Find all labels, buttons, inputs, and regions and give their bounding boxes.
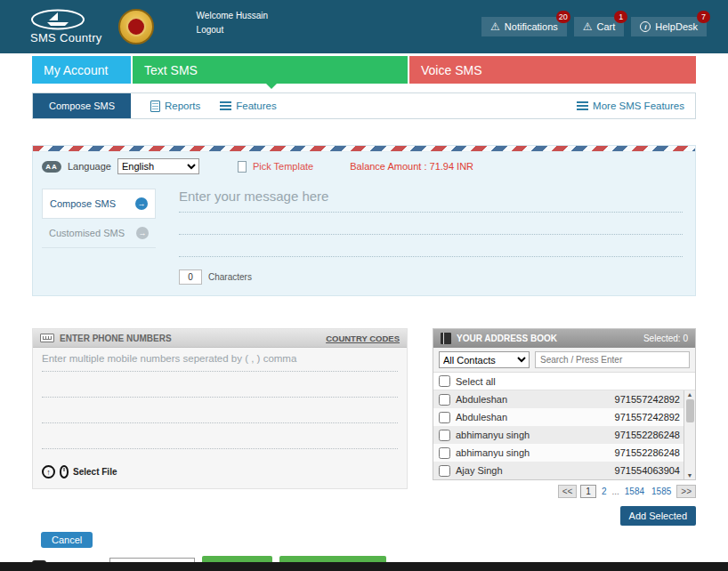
add-selected-button[interactable]: Add Selected bbox=[620, 506, 696, 526]
address-book-title: YOUR ADDRESS BOOK bbox=[457, 334, 557, 343]
pagination-ellipsis: ... bbox=[611, 487, 619, 496]
arrow-right-icon: → bbox=[135, 197, 148, 210]
pagination-page-2[interactable]: 2 bbox=[600, 486, 609, 497]
top-header: SMS Country Welcome Hussain Logout ⚠ Not… bbox=[0, 0, 728, 53]
warning-icon: ⚠ bbox=[490, 21, 500, 32]
boat-logo-icon bbox=[30, 9, 85, 30]
more-features-icon bbox=[577, 101, 588, 110]
select-all-checkbox[interactable] bbox=[439, 375, 450, 387]
compose-panel: AA Language English Pick Template Balanc… bbox=[32, 145, 696, 296]
award-core bbox=[126, 17, 146, 36]
cart-label: Cart bbox=[597, 21, 616, 32]
warning-icon: ⚠ bbox=[583, 21, 593, 32]
contact-list: Abduleshan 971557242892 Abduleshan 97155… bbox=[433, 390, 695, 479]
contact-row[interactable]: Abduleshan 971557242892 bbox=[433, 408, 684, 426]
cart-badge: 1 bbox=[614, 11, 627, 23]
pagination-page-1584[interactable]: 1584 bbox=[623, 486, 646, 497]
pick-template-link[interactable]: Pick Template bbox=[253, 161, 313, 172]
select-all-row[interactable]: Select all bbox=[433, 373, 695, 390]
brand-name: SMS Country bbox=[30, 31, 102, 44]
language-select[interactable]: English bbox=[117, 158, 199, 174]
contact-name: Abduleshan bbox=[456, 412, 610, 422]
language-label: Language bbox=[68, 161, 111, 172]
country-codes-link[interactable]: COUNTRY CODES bbox=[326, 334, 400, 343]
contact-number: 971557242892 bbox=[615, 412, 680, 422]
brand-logo[interactable]: SMS Country bbox=[30, 9, 102, 44]
pagination-page-1585[interactable]: 1585 bbox=[650, 486, 673, 497]
bottom-strip bbox=[0, 562, 728, 571]
reports-link[interactable]: Reports bbox=[150, 101, 200, 112]
language-row: AA Language English Pick Template Balanc… bbox=[33, 152, 695, 180]
welcome-block: Welcome Hussain Logout bbox=[197, 0, 268, 36]
contact-name: Ajay Singh bbox=[456, 465, 610, 476]
compose-sidebar: Compose SMS → Customised SMS → bbox=[42, 189, 156, 285]
char-count-value: 0 bbox=[179, 269, 202, 285]
dotted-line bbox=[42, 398, 398, 423]
tab-my-account[interactable]: My Account bbox=[32, 56, 131, 84]
contact-number: 971557242892 bbox=[615, 394, 680, 405]
sidebar-item-customised-sms[interactable]: Customised SMS → bbox=[42, 219, 156, 248]
pagination-next[interactable]: >> bbox=[676, 485, 696, 498]
address-book-panel: YOUR ADDRESS BOOK Selected: 0 All Contac… bbox=[433, 328, 696, 480]
reports-icon bbox=[150, 101, 160, 112]
contact-checkbox[interactable] bbox=[439, 412, 450, 423]
airmail-border bbox=[33, 146, 695, 152]
features-icon bbox=[220, 101, 231, 110]
dotted-line bbox=[42, 423, 398, 449]
contact-list-scrollbar[interactable]: ▲ ▼ bbox=[684, 390, 695, 479]
tab-label: Voice SMS bbox=[421, 63, 481, 77]
upload-icon: ↑ bbox=[42, 465, 55, 479]
address-book-header: YOUR ADDRESS BOOK Selected: 0 bbox=[433, 329, 695, 348]
contact-number: 971552286248 bbox=[615, 430, 680, 440]
phone-numbers-placeholder: Enter multiple mobile numbers seperated … bbox=[42, 353, 398, 372]
notifications-button[interactable]: ⚠ Notifications 20 bbox=[481, 17, 567, 36]
compose-body: Compose SMS → Customised SMS → Enter you… bbox=[33, 180, 695, 285]
tab-voice-sms[interactable]: Voice SMS bbox=[409, 56, 696, 84]
contact-name: abhimanyu singh bbox=[456, 430, 610, 440]
contact-checkbox[interactable] bbox=[439, 465, 450, 477]
contact-number: 971552286248 bbox=[615, 447, 680, 458]
more-sms-features-link[interactable]: More SMS Features bbox=[577, 101, 684, 111]
notifications-label: Notifications bbox=[505, 21, 558, 32]
award-badge-icon bbox=[117, 5, 156, 48]
char-count-label: Characters bbox=[208, 272, 252, 282]
contact-row[interactable]: abhimanyu singh 971552286248 bbox=[433, 426, 684, 444]
sidebar-item-label: Customised SMS bbox=[49, 228, 125, 238]
pagination-prev[interactable]: << bbox=[558, 485, 578, 498]
contact-checkbox[interactable] bbox=[439, 447, 450, 459]
template-icon bbox=[238, 161, 247, 173]
message-input[interactable]: Enter your message here 0 Characters bbox=[179, 189, 683, 285]
sidebar-item-label: Compose SMS bbox=[50, 198, 116, 209]
features-link[interactable]: Features bbox=[220, 101, 276, 111]
header-actions: ⚠ Notifications 20 ⚠ Cart 1 i HelpDesk 7 bbox=[481, 17, 707, 36]
phone-panel-title: ENTER PHONE NUMBERS bbox=[60, 334, 172, 343]
phone-numbers-input[interactable]: Enter multiple mobile numbers seperated … bbox=[33, 348, 407, 449]
cart-button[interactable]: ⚠ Cart 1 bbox=[574, 17, 625, 36]
compose-sms-nav-button[interactable]: Compose SMS bbox=[33, 93, 131, 118]
tab-text-sms[interactable]: Text SMS bbox=[133, 56, 408, 84]
scrollbar-thumb[interactable] bbox=[686, 399, 694, 422]
language-icon: AA bbox=[42, 161, 61, 173]
notifications-badge: 20 bbox=[556, 11, 570, 23]
sidebar-item-compose-sms[interactable]: Compose SMS → bbox=[42, 189, 156, 219]
helpdesk-button[interactable]: i HelpDesk 7 bbox=[631, 17, 707, 36]
contact-checkbox[interactable] bbox=[439, 394, 450, 406]
info-icon: i bbox=[640, 21, 651, 32]
pagination-page-1[interactable]: 1 bbox=[580, 485, 596, 498]
helpdesk-badge: 7 bbox=[697, 11, 710, 23]
contact-checkbox[interactable] bbox=[439, 430, 450, 441]
contact-row[interactable]: Ajay Singh 971554063904 bbox=[433, 462, 684, 479]
contact-name: abhimanyu singh bbox=[456, 447, 610, 458]
scroll-down-icon[interactable]: ▼ bbox=[687, 472, 693, 479]
contact-row[interactable]: Abduleshan 971557242892 bbox=[433, 390, 684, 408]
book-icon bbox=[441, 333, 451, 344]
phone-panel-header: ENTER PHONE NUMBERS COUNTRY CODES bbox=[33, 329, 407, 348]
contact-row[interactable]: abhimanyu singh 971552286248 bbox=[433, 444, 684, 462]
select-file-button[interactable]: ↑ Select File bbox=[42, 465, 117, 479]
cancel-button[interactable]: Cancel bbox=[41, 532, 93, 548]
scroll-up-icon[interactable]: ▲ bbox=[687, 391, 693, 398]
contacts-filter-select[interactable]: All Contacts bbox=[439, 351, 530, 368]
more-features-label: More SMS Features bbox=[593, 101, 684, 111]
contact-search-input[interactable] bbox=[535, 351, 690, 368]
logout-link[interactable]: Logout bbox=[197, 23, 268, 37]
